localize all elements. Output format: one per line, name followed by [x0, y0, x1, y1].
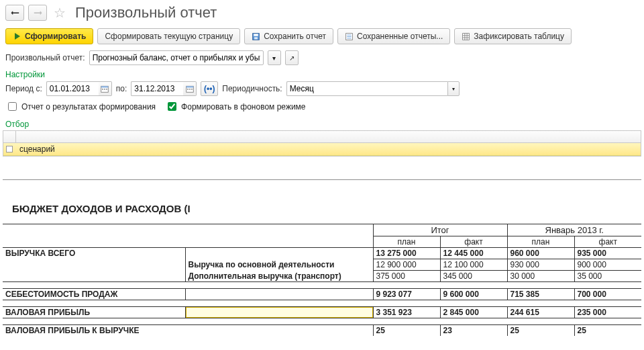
svg-rect-16 [107, 89, 108, 90]
cell: 2 845 000 [440, 307, 507, 318]
page-title: Произвольный отчет [75, 4, 217, 21]
row-revenue-total: ВЫРУЧКА ВСЕГО [3, 248, 185, 259]
calendar-icon [101, 85, 109, 93]
col-fact-2: факт [574, 236, 641, 248]
period-to-input[interactable] [131, 81, 183, 96]
otbor-row-checkbox[interactable] [3, 146, 15, 152]
otbor-title: Отбор [0, 117, 644, 129]
col-group-jan: Январь 2013 г. [507, 224, 641, 236]
period-from-input[interactable] [46, 81, 99, 96]
saved-reports-label: Сохраненные отчеты... [357, 32, 443, 41]
settings-title: Настройки [0, 67, 644, 79]
cell: 9 923 077 [373, 289, 440, 300]
favorite-icon[interactable]: ☆ [54, 5, 66, 21]
form-current-page-label: Сформировать текущую страницу [105, 32, 233, 41]
report-select-input[interactable] [89, 50, 264, 65]
periodicity-input[interactable] [286, 81, 447, 96]
otbor-row[interactable]: сценарий [3, 143, 641, 156]
col-group-total: Итог [373, 224, 507, 236]
fix-table-label: Зафиксировать таблицу [474, 32, 564, 41]
form-current-page-button[interactable]: Сформировать текущую страницу [97, 28, 240, 44]
report-table: Итог Январь 2013 г. план факт план факт … [3, 224, 641, 336]
cell: 700 000 [574, 289, 641, 300]
cell: 715 385 [507, 289, 574, 300]
svg-rect-21 [191, 89, 193, 90]
chk-background[interactable]: Формировать в фоновом режиме [165, 100, 305, 113]
cell: 900 000 [574, 259, 641, 271]
report-select-dropdown[interactable]: ▾ [268, 50, 281, 65]
save-report-button[interactable]: Сохранить отчет [244, 28, 333, 44]
cell: 23 [440, 325, 507, 337]
back-button[interactable]: 🠔 [5, 5, 24, 21]
cell: 12 100 000 [440, 259, 507, 271]
svg-rect-13 [101, 86, 109, 87]
form-button-label: Сформировать [25, 32, 86, 41]
cell: 25 [373, 325, 440, 337]
report-area: БЮДЖЕТ ДОХОДОВ И РАСХОДОВ (I Итог Январь… [3, 179, 641, 336]
otbor-header [3, 131, 641, 143]
otbor-row-text: сценарий [15, 144, 55, 154]
chk-results-label: Отчет о результатах формирования [21, 102, 156, 112]
svg-rect-1 [254, 34, 258, 36]
cell: 244 615 [507, 307, 574, 318]
chk-background-label: Формировать в фоновом режиме [181, 102, 305, 112]
period-to-calendar[interactable] [183, 81, 197, 96]
svg-rect-14 [103, 89, 104, 90]
cell: 3 351 923 [373, 307, 440, 318]
period-to-label: по: [116, 84, 127, 93]
cell: 13 275 000 [373, 248, 440, 259]
col-plan-1: план [373, 236, 440, 248]
cell: 25 [507, 325, 574, 337]
report-title: БЮДЖЕТ ДОХОДОВ И РАСХОДОВ (I [3, 203, 641, 224]
svg-rect-15 [105, 89, 106, 90]
cell: 9 600 000 [440, 289, 507, 300]
cell: 375 000 [373, 271, 440, 282]
col-plan-2: план [507, 236, 574, 248]
cell: 930 000 [507, 259, 574, 271]
cell: 35 000 [574, 271, 641, 282]
forward-button[interactable]: 🠖 [28, 5, 47, 21]
calendar-icon [186, 85, 194, 93]
svg-rect-18 [186, 86, 194, 87]
grid-icon [462, 32, 470, 41]
cell: 12 900 000 [373, 259, 440, 271]
save-icon [252, 32, 260, 41]
save-report-label: Сохранить отчет [264, 32, 326, 41]
svg-rect-20 [189, 89, 191, 90]
period-from-label: Период с: [5, 84, 42, 93]
cell: 935 000 [574, 248, 641, 259]
row-gross-to-rev: ВАЛОВАЯ ПРИБЫЛЬ К ВЫРУЧКЕ [3, 325, 373, 337]
cell: 235 000 [574, 307, 641, 318]
period-preset-button[interactable]: (••) [201, 81, 218, 96]
row-cogs: СЕБЕСТОИМОСТЬ ПРОДАЖ [3, 289, 185, 300]
play-icon [13, 32, 21, 41]
cell: 345 000 [440, 271, 507, 282]
saved-reports-button[interactable]: Сохраненные отчеты... [337, 28, 450, 44]
otbor-grid[interactable]: сценарий [3, 130, 641, 157]
period-from-calendar[interactable] [99, 81, 112, 96]
form-button[interactable]: Сформировать [5, 28, 93, 44]
chk-background-box[interactable] [168, 102, 176, 111]
col-fact-1: факт [440, 236, 507, 248]
svg-rect-7 [463, 33, 470, 40]
cell: 960 000 [507, 248, 574, 259]
chk-results-box[interactable] [8, 102, 17, 111]
cell: 25 [574, 325, 641, 337]
svg-rect-2 [254, 37, 258, 39]
row-revenue-extra: Дополнительная выручка (транспорт) [185, 271, 373, 282]
report-select-label: Произвольный отчет: [5, 53, 85, 62]
cell: 12 445 000 [440, 248, 507, 259]
report-select-open[interactable]: ↗ [285, 50, 299, 65]
selected-cell[interactable] [185, 307, 373, 318]
periodicity-label: Периодичность: [222, 84, 282, 93]
periodicity-dropdown[interactable]: ▾ [447, 81, 460, 96]
chk-results[interactable]: Отчет о результатах формирования [5, 100, 156, 113]
row-gross: ВАЛОВАЯ ПРИБЫЛЬ [3, 307, 185, 318]
fix-table-button[interactable]: Зафиксировать таблицу [454, 28, 572, 44]
svg-rect-19 [187, 89, 189, 90]
cell: 30 000 [507, 271, 574, 282]
list-icon [345, 32, 354, 41]
row-revenue-main: Выручка по основной деятельности [185, 259, 373, 271]
